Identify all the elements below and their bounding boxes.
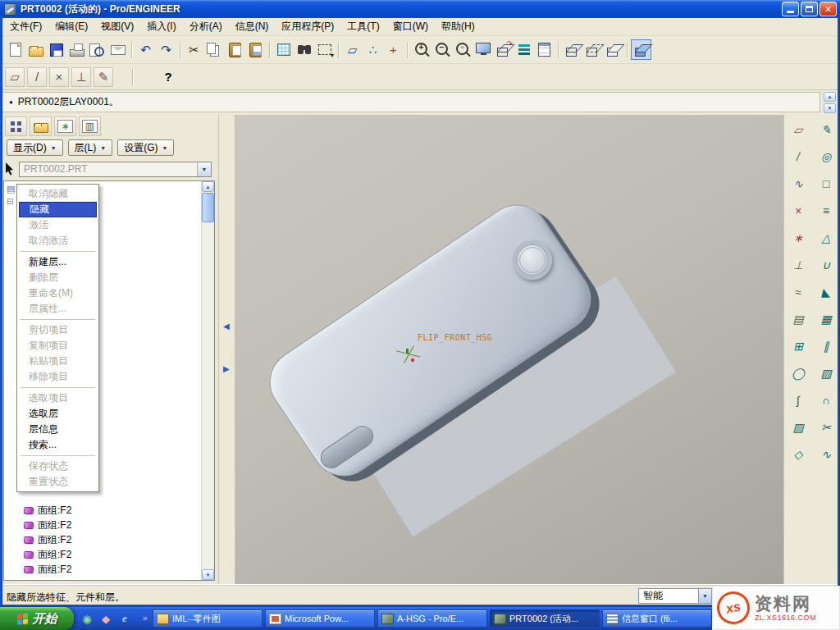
panel-splitter[interactable]: ◀ ▶ (218, 115, 235, 584)
taskbar-task-powerpoint[interactable]: Microsoft Pow... (265, 609, 375, 628)
tree-item[interactable]: 面组:F2 (6, 518, 200, 532)
blend-tool-icon[interactable]: ▧ (816, 363, 836, 383)
context-menu-item[interactable]: 取消激活 (19, 233, 97, 249)
menu-item[interactable]: 帮助(H) (435, 18, 482, 35)
print-icon[interactable] (66, 39, 87, 60)
tree-item[interactable]: 面组:F2 (6, 503, 200, 518)
style-tool-icon[interactable]: ◇ (788, 445, 808, 464)
taskbar-task-prt0002[interactable]: PRT0002 (活动... (490, 609, 600, 628)
zoom-in-icon[interactable]: + (411, 39, 431, 60)
settings-dropdown[interactable]: 设置(G) (117, 139, 174, 156)
surface-tool-icon[interactable]: ▨ (788, 418, 808, 437)
spin-center-icon[interactable]: + (383, 39, 404, 60)
menu-item[interactable]: 信息(N) (229, 18, 276, 35)
menu-item[interactable]: 窗口(W) (386, 18, 435, 35)
layer-display-icon[interactable] (514, 39, 534, 60)
datum-axis-tool-icon[interactable]: / (27, 67, 47, 87)
chamfer-tool-icon[interactable]: ◣ (816, 282, 836, 302)
datum-plane-tool-icon[interactable]: ▱ (5, 67, 25, 87)
show-dropdown[interactable]: 显示(D) (7, 139, 63, 156)
save-icon[interactable] (46, 39, 66, 60)
rib-tool-icon[interactable]: ≡ (816, 201, 836, 221)
coordinate-system-icon[interactable]: ⊥ (788, 255, 808, 275)
menu-item[interactable]: 分析(A) (183, 18, 229, 35)
round-tool-icon[interactable]: ∪ (816, 255, 836, 275)
context-menu-item[interactable]: 复制项目 (19, 338, 97, 354)
context-menu-item[interactable]: 新建层... (19, 254, 97, 270)
layer-items-icon[interactable]: ▥ (79, 116, 101, 136)
sweep-tool-icon[interactable]: ∫ (788, 390, 808, 410)
offset-point-icon[interactable]: ∗ (788, 228, 808, 248)
copy-icon[interactable] (204, 39, 225, 60)
redo-icon[interactable]: ↷ (156, 39, 176, 60)
scroll-up-icon[interactable] (202, 181, 214, 192)
context-menu-item[interactable]: 层属性... (19, 301, 97, 317)
new-layer-view-icon[interactable]: ∗ (54, 116, 76, 136)
datum-plane-icon[interactable]: ▱ (788, 120, 808, 139)
tree-expander-icon[interactable]: ⊟ (7, 197, 13, 206)
datum-point-icon[interactable]: × (788, 201, 808, 221)
warp-tool-icon[interactable]: ∿ (816, 445, 836, 464)
menu-item[interactable]: 应用程序(P) (275, 18, 340, 35)
draft-tool-icon[interactable]: △ (816, 228, 836, 248)
tree-item[interactable]: 面组:F2 (6, 562, 200, 577)
context-menu-item[interactable]: 移除项目 (19, 369, 97, 385)
email-icon[interactable] (107, 39, 128, 60)
context-menu-item[interactable]: 重置状态 (19, 474, 97, 490)
taskbar-task-info[interactable]: 信息窗口 (fli... (602, 609, 712, 628)
paste-icon[interactable] (225, 39, 245, 60)
context-menu-item[interactable]: 删除层 (19, 270, 97, 285)
sketch-tool-icon[interactable]: ✎ (816, 120, 836, 139)
context-menu-item[interactable]: 隐藏 (19, 202, 97, 217)
undo-icon[interactable]: ↶ (135, 39, 156, 60)
tree-item[interactable]: 面组:F2 (6, 547, 200, 562)
start-button[interactable]: 开始 (0, 607, 74, 630)
hidden-line-icon[interactable] (582, 39, 603, 60)
extrude-tool-icon[interactable]: ⊞ (788, 336, 808, 356)
point-display-icon[interactable]: ∴ (363, 39, 383, 60)
merge-tool-icon[interactable]: ∩ (816, 390, 836, 410)
wireframe-icon[interactable] (562, 39, 582, 60)
scroll-up-icon[interactable] (824, 92, 836, 102)
quicklaunch-ie-icon[interactable]: e (116, 609, 133, 628)
datum-curve-icon[interactable]: ∿ (788, 174, 808, 194)
context-menu-item[interactable]: 取消隐藏 (19, 186, 97, 202)
select-box-icon[interactable] (314, 39, 335, 60)
datum-point-tool-icon[interactable]: × (49, 67, 69, 87)
context-menu-item[interactable]: 选取层 (19, 406, 97, 422)
datum-axis-icon[interactable]: / (788, 147, 808, 167)
menu-item[interactable]: 视图(V) (94, 18, 140, 35)
scroll-down-icon[interactable] (824, 103, 836, 113)
menu-item[interactable]: 文件(F) (3, 18, 48, 35)
note-icon[interactable]: ▤ (788, 309, 808, 329)
quicklaunch-media-icon[interactable]: ◆ (98, 609, 114, 628)
regenerate-icon[interactable] (273, 39, 294, 60)
collapse-left-icon[interactable]: ◀ (223, 322, 230, 331)
context-help-icon[interactable]: ? (158, 67, 178, 87)
analysis-icon[interactable]: ≈ (788, 282, 808, 302)
repaint-icon[interactable] (472, 39, 493, 60)
new-file-icon[interactable] (5, 39, 25, 60)
find-icon[interactable] (294, 39, 314, 60)
close-button[interactable]: ✕ (819, 2, 837, 16)
context-menu-item[interactable]: 选取项目 (19, 390, 97, 406)
mirror-tool-icon[interactable]: ∥ (816, 336, 836, 356)
datum-display-icon[interactable]: ▱ (342, 39, 363, 60)
layer-dropdown[interactable]: 层(L) (68, 139, 113, 156)
trim-tool-icon[interactable]: ✂ (816, 418, 836, 437)
zoom-fit-icon[interactable]: ▫ (452, 39, 472, 60)
expand-right-icon[interactable]: ▶ (223, 364, 230, 373)
layer-folder-icon[interactable] (30, 116, 52, 136)
chevron-down-icon[interactable] (197, 162, 211, 176)
cut-icon[interactable]: ✂ (184, 39, 204, 60)
maximize-button[interactable] (801, 2, 818, 16)
chevron-right-icon[interactable]: » (143, 614, 148, 623)
model-combobox[interactable]: PRT0002.PRT (19, 162, 212, 177)
quicklaunch-messenger-icon[interactable]: ◉ (79, 609, 95, 628)
tree-columns-icon[interactable] (5, 116, 27, 136)
pattern-tool-icon[interactable]: ▦ (816, 309, 836, 329)
shaded-icon[interactable] (631, 39, 651, 60)
open-icon[interactable] (25, 39, 46, 60)
paste-special-icon[interactable] (245, 39, 266, 60)
selection-filter-combobox[interactable]: 智能 (638, 588, 712, 604)
